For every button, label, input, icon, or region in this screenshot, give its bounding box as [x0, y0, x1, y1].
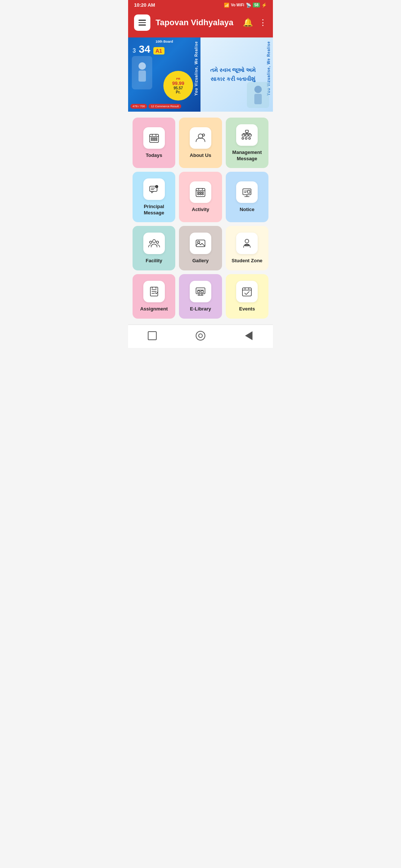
status-bar: 10:20 AM 📶 Vo WiFi 📡 58 ⚡	[128, 0, 273, 10]
about-us-icon-wrap: i	[190, 127, 211, 149]
management-icon-wrap	[236, 124, 258, 146]
grid-item-management[interactable]: Management Message	[226, 118, 268, 168]
management-label: Management Message	[229, 149, 265, 162]
gallery-label: Gallery	[192, 258, 209, 264]
wifi-icon: 📡	[246, 3, 251, 8]
bottom-tags: 478 / 700 12 Commerce Result	[128, 104, 200, 109]
svg-rect-3	[254, 94, 262, 104]
svg-point-2	[254, 86, 262, 93]
board-score-number: 3 34 A1	[133, 43, 164, 55]
calendar-grid-icon	[148, 132, 160, 144]
principal-icon-wrap: !	[143, 178, 165, 200]
principal-label: Principal Message	[136, 204, 172, 216]
svg-point-55	[245, 239, 249, 243]
svg-rect-53	[196, 240, 205, 247]
svg-point-0	[138, 62, 146, 70]
image-gallery-icon	[195, 237, 206, 249]
svg-rect-9	[153, 138, 155, 139]
boy-figure-icon	[251, 85, 265, 105]
svg-text:i: i	[203, 134, 203, 136]
svg-point-14	[198, 134, 203, 138]
grid-item-events[interactable]: Events	[226, 274, 268, 319]
vowifi-label: Vo WiFi	[231, 3, 244, 7]
svg-rect-42	[200, 194, 201, 195]
svg-rect-17	[245, 130, 248, 132]
bottom-navigation	[128, 325, 273, 348]
elibrary-label: E-Library	[190, 306, 211, 312]
elibrary-icon-wrap	[190, 281, 211, 302]
bell-icon[interactable]: 🔔	[243, 18, 253, 27]
home-button[interactable]	[146, 329, 159, 342]
more-options-icon[interactable]: ⋮	[259, 18, 267, 27]
facility-icon-wrap	[143, 233, 165, 254]
events-label: Events	[239, 306, 255, 312]
org-chart-icon	[241, 129, 253, 141]
notice-icon-wrap	[236, 181, 258, 203]
grid-item-elibrary[interactable]: E-Library	[179, 274, 222, 319]
menu-button[interactable]	[134, 14, 150, 31]
events-icon-wrap	[236, 281, 258, 302]
svg-rect-71	[242, 288, 251, 296]
svg-rect-11	[151, 139, 153, 141]
result-tag: 12 Commerce Result	[149, 104, 181, 109]
student-figure-icon	[136, 62, 149, 84]
computer-screen-icon	[195, 286, 206, 297]
student-zone-icon-wrap	[236, 233, 258, 254]
checklist-icon	[148, 286, 160, 297]
group-people-icon	[148, 237, 160, 249]
board-text: 10th Board	[156, 40, 173, 43]
svg-rect-13	[156, 139, 157, 141]
student-icon	[241, 237, 253, 249]
recent-button[interactable]	[194, 329, 207, 342]
svg-text:!: !	[156, 185, 157, 188]
circle-icon	[196, 331, 205, 341]
svg-rect-20	[249, 134, 251, 136]
grid-item-assignment[interactable]: Assignment	[133, 274, 175, 319]
assignment-label: Assignment	[140, 306, 167, 312]
activity-calendar-icon	[195, 186, 206, 198]
header-actions: 🔔 ⋮	[243, 18, 267, 27]
banner-slide-2: You Vizualise, We Realise તમે સ્વખ જૂઓ અ…	[200, 37, 273, 112]
svg-rect-10	[156, 138, 157, 139]
svg-rect-19	[245, 134, 248, 136]
score-tag: 478 / 700	[130, 104, 147, 109]
svg-rect-1	[138, 70, 146, 82]
todays-icon-wrap	[143, 127, 165, 149]
app-header: Tapovan Vidhyalaya 🔔 ⋮	[128, 10, 273, 37]
assignment-icon-wrap	[143, 281, 165, 302]
grid-item-activity[interactable]: Activity	[179, 172, 222, 222]
svg-point-51	[150, 241, 152, 243]
svg-rect-49	[248, 190, 250, 193]
signal-icon: 📶	[224, 3, 229, 8]
charging-icon: ⚡	[261, 3, 267, 8]
gallery-icon-wrap	[190, 233, 211, 254]
grid-item-about-us[interactable]: i About Us	[179, 118, 222, 168]
svg-rect-18	[242, 134, 245, 136]
grid-item-notice[interactable]: Notice	[226, 172, 268, 222]
activity-icon-wrap	[190, 181, 211, 203]
boy-image	[247, 82, 269, 108]
app-title: Tapovan Vidhyalaya	[156, 18, 238, 27]
back-button[interactable]	[242, 329, 255, 342]
svg-point-27	[245, 138, 247, 139]
chat-notify-icon: !	[148, 183, 160, 195]
svg-rect-38	[198, 192, 199, 193]
battery-icon: 58	[253, 3, 260, 7]
svg-point-50	[153, 240, 156, 243]
status-icons: 📶 Vo WiFi 📡 58 ⚡	[224, 3, 267, 8]
svg-rect-12	[153, 139, 155, 141]
student-zone-label: Student Zone	[232, 258, 263, 264]
grid-item-facility[interactable]: Facility	[133, 226, 175, 270]
svg-rect-69	[198, 291, 200, 293]
banner-side-text: You Vizualise, We Realise	[194, 41, 198, 96]
square-icon	[148, 331, 157, 340]
hamburger-icon	[138, 20, 146, 26]
svg-rect-40	[202, 192, 203, 193]
svg-point-52	[156, 241, 159, 243]
grid-item-principal[interactable]: ! Principal Message	[133, 172, 175, 222]
grid-item-student-zone[interactable]: Student Zone	[226, 226, 268, 270]
time: 10:20 AM	[134, 2, 155, 8]
grid-item-todays[interactable]: Todays	[133, 118, 175, 168]
back-arrow-icon	[245, 331, 252, 340]
grid-item-gallery[interactable]: Gallery	[179, 226, 222, 270]
